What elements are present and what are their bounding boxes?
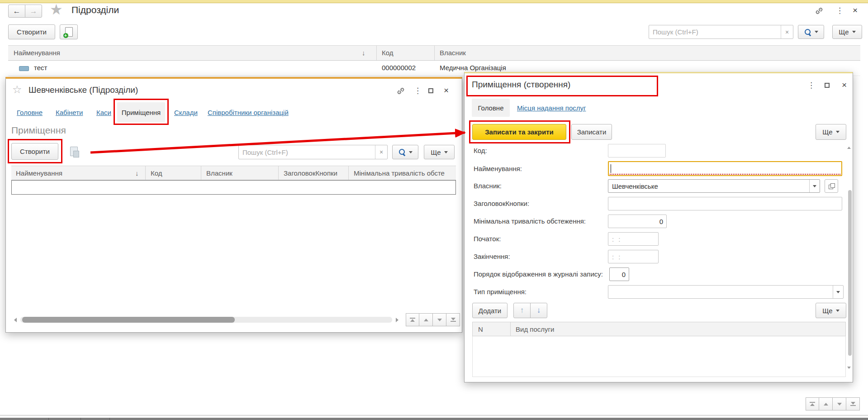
favorite-star-icon[interactable]: ★ <box>50 1 63 18</box>
start-time-label: Початок: <box>474 232 501 246</box>
main-search-button[interactable] <box>798 25 824 39</box>
form-vscrollbar-thumb[interactable] <box>848 190 852 356</box>
first-icon <box>810 403 815 406</box>
go-next-button[interactable] <box>433 313 446 326</box>
tab-sklady[interactable]: Склади <box>174 109 198 116</box>
text-cursor <box>611 164 611 173</box>
go-previous-button[interactable] <box>419 313 433 326</box>
column-name[interactable]: Найменування <box>14 49 60 57</box>
end-time-label: Закінчення: <box>474 250 510 263</box>
dialog-star-outline-icon[interactable]: ☆ <box>12 83 22 96</box>
search-icon <box>804 29 811 36</box>
room-type-dropdown-button[interactable] <box>833 286 843 298</box>
tab-holovne[interactable]: Головне <box>17 109 43 116</box>
services-table-header[interactable]: N Вид послуги <box>472 322 846 336</box>
tab-holovne-active[interactable]: Головне <box>472 99 510 117</box>
main-close-icon[interactable]: × <box>853 6 858 14</box>
owner-dropdown-button[interactable] <box>809 180 820 192</box>
scroll-up-icon[interactable] <box>847 147 851 149</box>
required-underline <box>610 174 840 175</box>
rooms-more-button[interactable]: Ще <box>424 145 455 159</box>
tab-mistsia-nadannia-posluh[interactable]: Місця надання послуг <box>517 104 586 112</box>
tab-kabinety[interactable]: Кабінети <box>56 109 83 116</box>
main-kebab-menu-icon[interactable]: ⋮ <box>836 7 844 14</box>
tab-spivrobitnyky[interactable]: Співробітники організацій <box>208 109 289 116</box>
rooms-search-input[interactable]: Пошук (Ctrl+F) × <box>238 145 388 159</box>
forward-button[interactable]: → <box>25 5 42 18</box>
column-code[interactable]: Код <box>151 169 162 177</box>
main-more-button[interactable]: Ще <box>832 25 862 39</box>
form-more-button[interactable]: Ще <box>816 124 846 140</box>
min-duration-field[interactable]: 0 <box>608 215 667 228</box>
open-in-window-icon <box>829 183 834 189</box>
main-search-input[interactable]: Пошук (Ctrl+F) × <box>649 25 793 39</box>
bottom-divider <box>0 415 868 415</box>
dialog-maximize-icon[interactable] <box>825 83 830 88</box>
end-time-field[interactable]: : : <box>608 250 659 263</box>
owner-open-button[interactable] <box>825 179 838 193</box>
move-up-button[interactable]: ↑ <box>513 303 531 318</box>
go-first-button[interactable] <box>806 397 819 410</box>
rooms-search-button[interactable] <box>392 145 418 159</box>
column-min-duration[interactable]: Мінімальна тривалість обсте <box>354 169 445 177</box>
column-n[interactable]: N <box>478 325 483 333</box>
back-button[interactable]: ← <box>8 5 25 18</box>
rooms-more-label: Ще <box>431 148 441 156</box>
dialog-link-icon[interactable] <box>396 86 406 96</box>
column-button-title[interactable]: ЗаголовокКнопки <box>284 169 337 177</box>
rooms-hscrollbar-thumb[interactable] <box>22 317 235 323</box>
dialog-close-icon[interactable]: × <box>444 86 449 95</box>
add-service-button[interactable]: Додати <box>472 303 508 318</box>
department-dialog: ☆ Шевченківське (Підрозділи) ⋮ × Головне… <box>5 77 462 333</box>
save-button[interactable]: Записати <box>571 124 612 140</box>
rooms-copy-button[interactable] <box>65 143 83 160</box>
main-list-nav-buttons <box>806 397 860 410</box>
rooms-create-button[interactable]: Створити <box>11 143 58 160</box>
services-table-body[interactable] <box>472 336 846 377</box>
scroll-right-icon[interactable] <box>396 318 398 322</box>
owner-value: Шевченківське <box>608 182 820 190</box>
form-more-label: Ще <box>822 128 832 136</box>
main-new-from-copy-button[interactable]: + <box>60 24 78 39</box>
column-divider <box>145 166 146 180</box>
rooms-table-header[interactable]: Найменування ↓ Код Власник ЗаголовокКноп… <box>11 166 456 180</box>
dialog-kebab-menu-icon[interactable]: ⋮ <box>807 81 815 89</box>
tab-kasy[interactable]: Каси <box>96 109 111 116</box>
dialog-kebab-menu-icon[interactable]: ⋮ <box>414 87 422 95</box>
main-search-clear-icon[interactable]: × <box>781 25 793 38</box>
column-name[interactable]: Найменування <box>16 169 62 177</box>
code-field[interactable] <box>608 144 666 158</box>
start-time-field[interactable]: : : <box>608 232 659 246</box>
journal-order-field[interactable]: 0 <box>609 267 629 281</box>
name-label: Найменування: <box>474 162 522 176</box>
list-item-icon <box>19 66 29 71</box>
move-down-button[interactable]: ↓ <box>530 303 547 318</box>
rooms-search-clear-icon[interactable]: × <box>375 145 387 159</box>
column-owner[interactable]: Власник <box>206 169 232 177</box>
link-icon[interactable] <box>814 6 824 16</box>
go-last-button[interactable] <box>446 313 460 326</box>
column-owner[interactable]: Власник <box>440 49 466 57</box>
column-service-type[interactable]: Вид послуги <box>516 325 554 333</box>
button-title-field[interactable] <box>608 197 842 210</box>
go-previous-button[interactable] <box>819 397 833 410</box>
room-type-combo[interactable] <box>608 285 844 299</box>
owner-combo[interactable]: Шевченківське <box>608 179 820 193</box>
rooms-table-current-row[interactable] <box>11 180 456 195</box>
main-create-button[interactable]: Створити <box>8 24 55 39</box>
name-field[interactable] <box>608 161 842 176</box>
services-more-button[interactable]: Ще <box>816 303 846 318</box>
rooms-search-placeholder: Пошук (Ctrl+F) <box>239 148 375 156</box>
chevron-down-icon <box>444 151 448 153</box>
dialog-close-icon[interactable]: × <box>842 81 847 89</box>
scroll-left-icon[interactable] <box>14 318 17 322</box>
dialog-maximize-icon[interactable] <box>428 88 433 93</box>
go-first-button[interactable] <box>406 313 419 326</box>
column-code[interactable]: Код <box>382 49 394 57</box>
save-close-button[interactable]: Записати та закрити <box>472 124 566 140</box>
tab-prymishchennia-active[interactable]: Приміщення <box>117 102 165 122</box>
go-next-button[interactable] <box>833 397 846 410</box>
go-last-button[interactable] <box>846 397 860 410</box>
main-table-header[interactable]: Найменування ↓ Код Власник <box>8 45 860 61</box>
scroll-down-icon[interactable] <box>847 367 851 369</box>
